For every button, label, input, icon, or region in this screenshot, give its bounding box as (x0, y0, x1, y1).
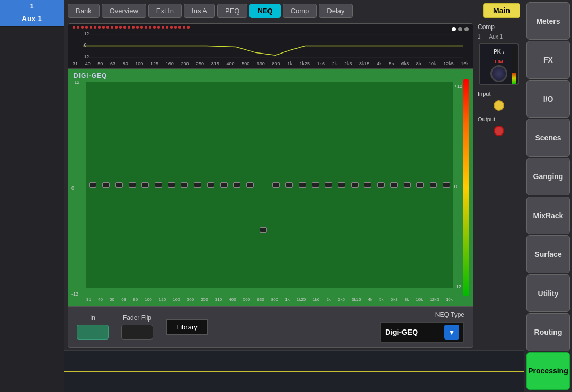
geq-fader-col-11 (230, 82, 244, 288)
output-label: Output (478, 116, 495, 122)
sidebar-btn-io[interactable]: I/O (526, 80, 570, 118)
geq-fader-thumb-12[interactable] (246, 182, 254, 188)
tab-overview[interactable]: Overview (102, 4, 146, 18)
freq-lbl: 5k (379, 297, 383, 302)
sidebar-btn-fx[interactable]: FX (526, 41, 570, 78)
freq-lbl: 2k5 (338, 297, 345, 302)
sidebar-btn-processing[interactable]: Processing (526, 352, 570, 390)
sidebar-btn-scenes[interactable]: Scenes (526, 119, 570, 156)
freq-lbl: 1k25 (297, 297, 306, 302)
comp-panel: Comp 1 Aux 1 PK / LIM Input (478, 23, 520, 348)
geq-fader-col-27 (440, 82, 453, 288)
in-button[interactable] (77, 325, 109, 340)
geq-fader-thumb-18[interactable] (325, 182, 332, 188)
channel-number: 1 (0, 0, 64, 12)
geq-fader-thumb-21[interactable] (364, 182, 371, 188)
neq-type-select[interactable]: Digi-GEQ ▼ (380, 322, 464, 343)
comp-unit[interactable]: PK / LIM (479, 43, 519, 85)
geq-fader-thumb-17[interactable] (312, 182, 319, 188)
geq-fader-thumb-25[interactable] (416, 182, 424, 188)
scale-plus12: +12 (454, 84, 462, 89)
neq-type-dropdown-arrow[interactable]: ▼ (444, 325, 459, 340)
geq-fader-thumb-16[interactable] (299, 182, 306, 188)
freq-lbl: 31 (86, 297, 91, 302)
main-button[interactable]: Main (483, 3, 520, 18)
comp-logo-pk: PK (494, 49, 501, 55)
geq-fader-thumb-14[interactable] (272, 182, 280, 188)
page-dot-3 (464, 27, 469, 31)
sidebar-btn-surface[interactable]: Surface (526, 235, 570, 273)
geq-fader-thumb-23[interactable] (390, 182, 398, 188)
svg-text:12: 12 (84, 31, 90, 37)
freq-lbl: 1k (285, 297, 289, 302)
center-area: Bank Overview Ext In Ins A PEQ NEQ Comp … (64, 0, 524, 392)
tab-ins-a[interactable]: Ins A (184, 4, 215, 18)
geq-fader-thumb-5[interactable] (155, 182, 162, 188)
sidebar-btn-utility[interactable]: Utility (526, 274, 570, 312)
geq-fader-thumb-13[interactable] (260, 227, 267, 233)
geq-fader-thumb-6[interactable] (168, 182, 175, 188)
faders-row (86, 82, 453, 288)
geq-fader-thumb-10[interactable] (220, 182, 228, 188)
channel-name: Aux 1 (0, 12, 64, 27)
left-fader-area (0, 27, 64, 392)
sidebar-btn-routing[interactable]: Routing (526, 313, 570, 351)
geq-faders-container (72, 72, 470, 297)
freq-lbl: 160 (173, 297, 180, 302)
comp-aux-label: Aux 1 (489, 34, 503, 40)
geq-fader-col-0 (86, 82, 100, 288)
freq-lbl: 250 (201, 297, 208, 302)
right-sidebar: Meters FX I/O Scenes Ganging MixRack Sur… (524, 0, 572, 392)
tab-peq[interactable]: PEQ (217, 4, 247, 18)
geq-fader-thumb-22[interactable] (377, 182, 385, 188)
geq-fader-col-24 (400, 82, 414, 288)
freq-lbl: 100 (145, 297, 151, 302)
sidebar-btn-mixrack[interactable]: MixRack (526, 197, 570, 234)
library-button[interactable]: Library (166, 319, 208, 335)
tab-delay[interactable]: Delay (319, 4, 352, 18)
sidebar-btn-meters[interactable]: Meters (526, 2, 570, 40)
geq-fader-col-22 (374, 82, 388, 288)
geq-fader-col-8 (191, 82, 204, 288)
sidebar-btn-ganging[interactable]: Ganging (526, 158, 570, 195)
scale-minus12: -12 (454, 284, 462, 289)
color-bar (463, 79, 469, 296)
left-strip: 1 Aux 1 (0, 0, 64, 392)
geq-fader-thumb-1[interactable] (102, 182, 110, 188)
geq-fader-thumb-8[interactable] (194, 182, 201, 188)
input-circle[interactable] (494, 100, 504, 111)
freq-lbl: 6k3 (391, 297, 398, 302)
comp-dial[interactable] (490, 65, 507, 82)
geq-fader-thumb-9[interactable] (207, 182, 215, 188)
in-control: In (77, 314, 109, 340)
freq-lbl: 12k5 (430, 297, 439, 302)
comp-labels-row: 1 Aux 1 (478, 34, 503, 40)
geq-fader-thumb-24[interactable] (404, 182, 411, 188)
svg-text:12: 12 (84, 54, 90, 59)
output-circle[interactable] (494, 126, 504, 136)
geq-fader-thumb-26[interactable] (430, 182, 437, 188)
freq-axis-labels: 3140506380 100125160200250 3154005006308… (73, 61, 469, 66)
geq-fader-thumb-11[interactable] (233, 182, 240, 188)
geq-fader-thumb-15[interactable] (285, 182, 293, 188)
geq-fader-thumb-0[interactable] (89, 182, 96, 188)
freq-lbl: 630 (257, 297, 264, 302)
geq-fader-thumb-3[interactable] (129, 182, 136, 188)
tab-neq[interactable]: NEQ (249, 4, 280, 18)
geq-fader-thumb-2[interactable] (115, 182, 123, 188)
freq-lbl: 1k6 (312, 297, 319, 302)
tab-comp[interactable]: Comp (283, 4, 317, 18)
tab-bank[interactable]: Bank (68, 4, 100, 18)
freq-lbl: 315 (215, 297, 222, 302)
geq-fader-thumb-7[interactable] (181, 182, 188, 188)
freq-lbl: 800 (271, 297, 278, 302)
geq-fader-thumb-4[interactable] (141, 182, 149, 188)
geq-fader-col-4 (139, 82, 152, 288)
fader-flip-button[interactable] (121, 325, 153, 340)
scale-0: 0 (454, 184, 462, 189)
geq-fader-thumb-19[interactable] (338, 182, 345, 188)
page-dot-1 (452, 27, 456, 31)
tab-ext-in[interactable]: Ext In (148, 4, 182, 18)
geq-fader-thumb-27[interactable] (443, 182, 450, 188)
geq-fader-thumb-20[interactable] (351, 182, 359, 188)
